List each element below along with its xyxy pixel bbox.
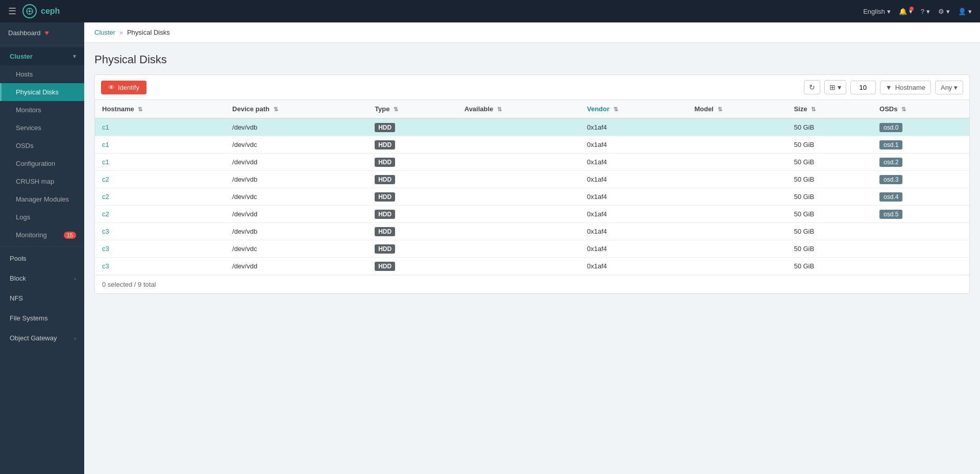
col-device-path[interactable]: Device path ⇅	[225, 100, 368, 118]
sidebar: Dashboard ♥ Cluster ▾ Hosts Physical Dis…	[0, 22, 84, 474]
cell-vendor: 0x1af4	[580, 223, 687, 240]
osds-label: OSDs	[16, 142, 34, 149]
hdd-badge: HDD	[375, 175, 395, 184]
identify-button[interactable]: 👁 Identify	[101, 81, 146, 94]
refresh-button[interactable]: ↻	[804, 80, 820, 94]
cell-hostname: c1	[95, 136, 225, 154]
sidebar-item-crush-map[interactable]: CRUSH map	[0, 172, 84, 190]
cell-vendor: 0x1af4	[580, 240, 687, 258]
table-row[interactable]: c3/dev/vddHDD0x1af450 GiB	[95, 258, 969, 275]
columns-button[interactable]: ⊞ ▾	[824, 80, 846, 94]
table-row[interactable]: c2/dev/vddHDD0x1af450 GiBosd.5	[95, 206, 969, 223]
sidebar-item-dashboard[interactable]: Dashboard ♥	[0, 22, 84, 43]
breadcrumb: Cluster » Physical Disks	[84, 22, 980, 43]
cell-available	[457, 171, 580, 188]
file-systems-label: File Systems	[10, 314, 47, 322]
cell-hostname: c2	[95, 206, 225, 223]
table-row[interactable]: c1/dev/vddHDD0x1af450 GiBosd.2	[95, 154, 969, 171]
user-button[interactable]: 👤 ▾	[958, 8, 972, 15]
sidebar-item-monitors[interactable]: Monitors	[0, 101, 84, 119]
cell-device-path: /dev/vdd	[225, 154, 368, 171]
col-hostname[interactable]: Hostname ⇅	[95, 100, 225, 118]
cell-available	[457, 240, 580, 258]
sidebar-item-nfs[interactable]: NFS	[0, 288, 84, 308]
toolbar-left: 👁 Identify	[101, 81, 146, 94]
col-osds[interactable]: OSDs ⇅	[872, 100, 969, 118]
cell-vendor: 0x1af4	[580, 206, 687, 223]
osd-badge: osd.0	[879, 123, 902, 132]
object-gateway-chevron: ›	[74, 335, 76, 341]
toolbar: 👁 Identify ↻ ⊞ ▾ ▼ Hostname	[94, 74, 970, 99]
any-filter-button[interactable]: Any ▾	[935, 81, 963, 94]
physical-disks-label: Physical Disks	[16, 88, 59, 96]
col-size[interactable]: Size ⇅	[787, 100, 872, 118]
sidebar-item-file-systems[interactable]: File Systems	[0, 308, 84, 328]
notifications-button[interactable]: 🔔 ▾	[899, 8, 913, 15]
cell-size: 50 GiB	[787, 188, 872, 206]
cell-size: 50 GiB	[787, 171, 872, 188]
physical-disks-table: Hostname ⇅ Device path ⇅ Type ⇅ Availabl…	[95, 100, 969, 275]
filter-hostname-button[interactable]: ▼ Hostname	[880, 81, 931, 94]
table-row[interactable]: c1/dev/vdcHDD0x1af450 GiBosd.1	[95, 136, 969, 154]
manager-modules-label: Manager Modules	[16, 195, 69, 203]
cell-model	[687, 240, 787, 258]
table-row[interactable]: c2/dev/vdbHDD0x1af450 GiBosd.3	[95, 171, 969, 188]
sidebar-item-services[interactable]: Services	[0, 119, 84, 137]
cell-type: HDD	[368, 154, 457, 171]
table-row[interactable]: c3/dev/vdbHDD0x1af450 GiB	[95, 223, 969, 240]
breadcrumb-cluster[interactable]: Cluster	[94, 29, 115, 36]
table-row[interactable]: c3/dev/vdcHDD0x1af450 GiB	[95, 240, 969, 258]
bell-icon: 🔔	[899, 8, 907, 15]
notification-badge	[910, 7, 914, 11]
col-type[interactable]: Type ⇅	[368, 100, 457, 118]
cell-type: HDD	[368, 240, 457, 258]
sidebar-item-physical-disks[interactable]: Physical Disks	[0, 83, 84, 101]
sidebar-item-manager-modules[interactable]: Manager Modules	[0, 190, 84, 208]
cell-size: 50 GiB	[787, 154, 872, 171]
settings-button[interactable]: ⚙ ▾	[938, 8, 950, 15]
table-row[interactable]: c1/dev/vdbHDD0x1af450 GiBosd.0	[95, 118, 969, 136]
cell-vendor: 0x1af4	[580, 118, 687, 136]
sidebar-item-monitoring[interactable]: Monitoring 15	[0, 226, 84, 244]
cell-model	[687, 206, 787, 223]
osd-badge: osd.1	[879, 140, 902, 149]
table-row[interactable]: c2/dev/vdcHDD0x1af450 GiBosd.4	[95, 188, 969, 206]
sidebar-item-object-gateway[interactable]: Object Gateway ›	[0, 328, 84, 348]
language-selector[interactable]: English ▾	[863, 8, 891, 15]
cell-device-path: /dev/vdc	[225, 136, 368, 154]
table-container: Hostname ⇅ Device path ⇅ Type ⇅ Availabl…	[94, 99, 970, 294]
help-button[interactable]: ? ▾	[921, 8, 930, 15]
sidebar-item-block[interactable]: Block ›	[0, 268, 84, 288]
cell-device-path: /dev/vdc	[225, 188, 368, 206]
osd-badge: osd.5	[879, 210, 902, 219]
col-model[interactable]: Model ⇅	[687, 100, 787, 118]
cell-model	[687, 223, 787, 240]
cell-available	[457, 223, 580, 240]
cell-device-path: /dev/vdb	[225, 171, 368, 188]
content-area: Cluster » Physical Disks Physical Disks …	[84, 22, 980, 474]
hostname-sort-icon: ⇅	[138, 106, 142, 112]
osds-sort-icon: ⇅	[901, 106, 906, 112]
cluster-chevron: ▾	[73, 53, 76, 60]
crush-map-label: CRUSH map	[16, 178, 54, 185]
sidebar-item-configuration[interactable]: Configuration	[0, 155, 84, 172]
sidebar-item-pools[interactable]: Pools	[0, 248, 84, 268]
cell-model	[687, 136, 787, 154]
block-chevron: ›	[74, 276, 76, 282]
hdd-badge: HDD	[375, 192, 395, 202]
hamburger-icon[interactable]: ☰	[8, 6, 16, 17]
breadcrumb-separator: »	[119, 29, 123, 36]
cell-vendor: 0x1af4	[580, 258, 687, 275]
page-size-input[interactable]	[850, 81, 876, 94]
sidebar-item-hosts[interactable]: Hosts	[0, 65, 84, 83]
object-gateway-label: Object Gateway	[10, 334, 57, 342]
sidebar-item-osds[interactable]: OSDs	[0, 137, 84, 155]
col-available[interactable]: Available ⇅	[457, 100, 580, 118]
sidebar-item-cluster[interactable]: Cluster ▾	[0, 47, 84, 65]
logo: ceph	[22, 4, 60, 18]
logs-label: Logs	[16, 213, 30, 221]
filter-icon: ▼	[886, 84, 892, 91]
col-vendor[interactable]: Vendor ⇅	[580, 100, 687, 118]
cell-hostname: c1	[95, 118, 225, 136]
sidebar-item-logs[interactable]: Logs	[0, 208, 84, 226]
